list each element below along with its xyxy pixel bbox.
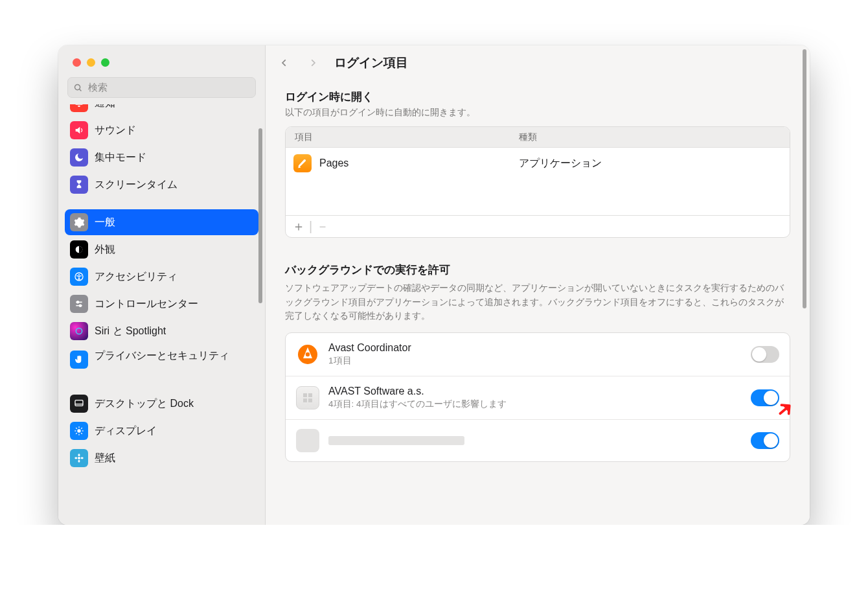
- svg-point-27: [306, 352, 310, 356]
- sidebar-item-label: 通知: [95, 104, 115, 110]
- svg-point-8: [80, 305, 82, 306]
- sidebar-item-label: デスクトップと Dock: [95, 397, 194, 411]
- bg-item-toggle[interactable]: [751, 432, 779, 449]
- generic-app-icon: [296, 386, 319, 409]
- background-desc: ソフトウェアアップデートの確認やデータの同期など、アプリケーションが開いていない…: [285, 281, 790, 323]
- pages-app-icon: [293, 154, 312, 172]
- sidebar-item-siri-spotlight[interactable]: Siri と Spotlight: [65, 318, 258, 344]
- avast-icon: [296, 343, 319, 366]
- table-footer: ＋ | －: [286, 215, 790, 237]
- open-at-login-subtitle: 以下の項目がログイン時に自動的に開きます。: [285, 107, 790, 119]
- bg-item-toggle[interactable]: [751, 346, 779, 363]
- search-icon: [73, 83, 83, 93]
- search-placeholder: 検索: [88, 82, 108, 94]
- table-header: 項目 種類: [286, 127, 790, 148]
- sidebar-nav: 通知 サウンド 集中モード スクリーンタイム: [58, 104, 265, 525]
- sun-icon: [70, 422, 88, 440]
- bg-item-name: Avast Coordinator: [328, 342, 411, 354]
- sidebar-item-label: サウンド: [95, 124, 136, 137]
- svg-point-22: [78, 454, 80, 456]
- open-at-login-table: 項目 種類 Pages アプリケーション ＋ | －: [285, 126, 790, 238]
- system-settings-window: 検索 通知 サウンド 集中モード: [58, 45, 810, 525]
- sidebar-item-sound[interactable]: サウンド: [65, 117, 258, 143]
- svg-point-4: [78, 274, 80, 275]
- window-controls: [58, 45, 265, 75]
- svg-point-25: [81, 457, 84, 459]
- remove-button[interactable]: －: [314, 218, 332, 235]
- content-pane: ログイン項目 ログイン時に開く 以下の項目がログイン時に自動的に開きます。 項目…: [266, 45, 810, 525]
- sidebar-item-label: スクリーンタイム: [95, 178, 177, 192]
- sliders-icon: [70, 295, 88, 313]
- forward-button[interactable]: [306, 56, 320, 70]
- minimize-window-button[interactable]: [87, 58, 95, 67]
- sidebar-item-appearance[interactable]: 外観: [65, 236, 258, 262]
- sidebar-item-label: 一般: [95, 216, 115, 229]
- bell-icon: [70, 104, 88, 112]
- moon-icon: [70, 148, 88, 167]
- sidebar-item-screentime[interactable]: スクリーンタイム: [65, 172, 258, 198]
- generic-app-icon: [296, 429, 319, 452]
- chevron-right-icon: [308, 56, 317, 69]
- siri-icon: [70, 322, 88, 340]
- sidebar-item-label: Siri と Spotlight: [95, 325, 166, 338]
- fullscreen-window-button[interactable]: [101, 58, 109, 67]
- svg-point-12: [77, 429, 80, 432]
- background-item: AVAST Software a.s. 4項目: 4項目はすべてのユーザに影響し…: [286, 376, 790, 420]
- svg-line-19: [76, 433, 76, 433]
- table-row[interactable]: Pages アプリケーション: [286, 148, 790, 179]
- sidebar-item-label: プライバシーとセキュリティ: [95, 349, 229, 362]
- svg-point-0: [75, 84, 80, 89]
- flower-icon: [70, 449, 88, 467]
- background-title: バックグラウンドでの実行を許可: [285, 262, 790, 277]
- content-header: ログイン項目: [266, 45, 810, 80]
- svg-point-6: [77, 301, 79, 303]
- sidebar-item-label: 壁紙: [95, 452, 115, 465]
- hand-icon: [70, 351, 88, 369]
- open-at-login-title: ログイン時に開く: [285, 89, 790, 104]
- appearance-icon: [70, 240, 88, 259]
- row-kind: アプリケーション: [519, 157, 602, 170]
- svg-rect-10: [75, 400, 83, 406]
- bg-item-sub: 4項目: 4項目はすべてのユーザに影響します: [328, 398, 507, 410]
- bg-item-name: AVAST Software a.s.: [328, 386, 507, 397]
- dock-icon: [70, 395, 88, 413]
- accessibility-icon: [70, 268, 88, 286]
- back-button[interactable]: [277, 56, 291, 70]
- close-window-button[interactable]: [73, 58, 81, 67]
- sidebar-item-desktop-dock[interactable]: デスクトップと Dock: [65, 391, 258, 417]
- svg-point-23: [78, 460, 80, 463]
- background-items-list: Avast Coordinator 1項目 AVAST Software a.s…: [285, 332, 790, 462]
- sidebar-item-label: アクセシビリティ: [95, 270, 177, 284]
- gear-icon: [70, 213, 88, 231]
- content-scrollbar[interactable]: [803, 49, 806, 308]
- add-button[interactable]: ＋: [290, 218, 308, 235]
- background-item: Avast Coordinator 1項目: [286, 333, 790, 376]
- page-title: ログイン項目: [334, 54, 408, 71]
- svg-point-24: [74, 457, 77, 459]
- svg-point-9: [76, 328, 82, 334]
- sidebar-item-focus[interactable]: 集中モード: [65, 144, 258, 170]
- bg-item-toggle[interactable]: [751, 389, 779, 406]
- sidebar-item-notifications[interactable]: 通知: [65, 104, 258, 116]
- svg-line-17: [76, 428, 76, 428]
- sidebar-item-privacy-security[interactable]: プライバシーとセキュリティ: [65, 345, 258, 379]
- bg-item-sub: 1項目: [328, 355, 411, 367]
- search-input[interactable]: 検索: [67, 77, 256, 98]
- svg-line-20: [81, 428, 82, 428]
- sidebar-item-label: 外観: [95, 243, 115, 257]
- col-item: 項目: [286, 132, 519, 143]
- sidebar-item-control-center[interactable]: コントロールセンター: [65, 291, 258, 317]
- sidebar-item-label: 集中モード: [95, 151, 146, 165]
- col-kind: 種類: [519, 132, 537, 143]
- sidebar-item-label: コントロールセンター: [95, 297, 198, 311]
- chevron-left-icon: [280, 56, 289, 69]
- sidebar-item-wallpaper[interactable]: 壁紙: [65, 445, 258, 471]
- sidebar-item-general[interactable]: 一般: [65, 209, 258, 235]
- sidebar-item-displays[interactable]: ディスプレイ: [65, 418, 258, 444]
- svg-line-1: [80, 89, 82, 91]
- sidebar-item-accessibility[interactable]: アクセシビリティ: [65, 264, 258, 290]
- bg-item-name-placeholder: [328, 436, 464, 445]
- sidebar-item-label: ディスプレイ: [95, 424, 157, 438]
- hourglass-icon: [70, 176, 88, 194]
- sidebar-scrollbar[interactable]: [258, 128, 262, 303]
